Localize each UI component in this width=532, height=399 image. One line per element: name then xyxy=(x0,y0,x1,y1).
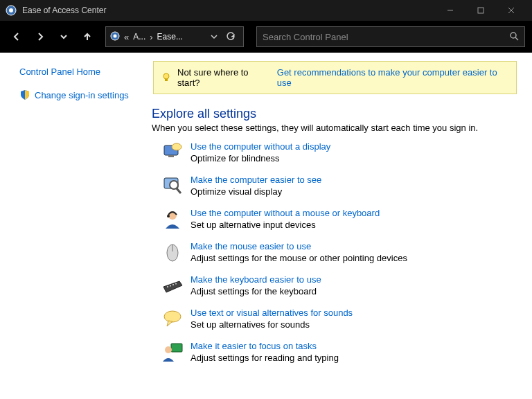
svg-point-19 xyxy=(167,215,170,218)
search-box[interactable] xyxy=(256,26,525,47)
section-title: Explore all settings xyxy=(152,107,517,121)
app-icon xyxy=(6,5,17,16)
hint-link[interactable]: Get recommendations to make your compute… xyxy=(277,67,509,88)
shield-icon xyxy=(19,89,30,100)
svg-rect-13 xyxy=(168,155,174,157)
setting-item: Make the keyboard easier to use Adjust s… xyxy=(161,274,517,296)
setting-desc: Optimize for blindness xyxy=(190,153,330,163)
setting-link[interactable]: Use the computer without a display xyxy=(190,141,330,152)
setting-item: Make the computer easier to see Optimize… xyxy=(161,175,517,197)
setting-desc: Adjust settings for reading and typing xyxy=(190,353,339,363)
svg-point-26 xyxy=(164,311,181,322)
setting-desc: Adjust settings for the mouse or other p… xyxy=(190,253,407,263)
speech-bubble-icon xyxy=(161,308,184,330)
lightbulb-icon xyxy=(161,72,172,83)
setting-desc: Adjust settings for the keyboard xyxy=(190,286,321,296)
forward-button[interactable] xyxy=(30,27,50,46)
chevron-right-icon: › xyxy=(150,32,152,42)
svg-rect-25 xyxy=(175,283,177,285)
svg-point-7 xyxy=(114,34,117,37)
hint-lead: Not sure where to start? xyxy=(177,67,272,88)
minimize-button[interactable] xyxy=(435,0,466,21)
titlebar: Ease of Access Center xyxy=(0,0,532,21)
search-input[interactable] xyxy=(263,32,509,42)
breadcrumb-seg-2[interactable]: Ease... xyxy=(157,32,183,42)
svg-rect-23 xyxy=(170,285,171,287)
sidebar-link-home[interactable]: Control Panel Home xyxy=(19,66,139,77)
setting-link[interactable]: Use the computer without a mouse or keyb… xyxy=(190,208,380,218)
svg-point-28 xyxy=(165,346,172,353)
svg-line-17 xyxy=(177,188,181,193)
sidebar-link-signin-label: Change sign-in settings xyxy=(35,90,129,100)
breadcrumb-seg-1[interactable]: A... xyxy=(133,32,145,42)
sidebar-link-signin[interactable]: Change sign-in settings xyxy=(19,89,139,100)
setting-link[interactable]: Make the mouse easier to use xyxy=(190,241,407,251)
setting-item: Use the computer without a mouse or keyb… xyxy=(161,208,517,230)
setting-link[interactable]: Use text or visual alternatives for soun… xyxy=(190,308,353,318)
recent-dropdown[interactable] xyxy=(54,27,73,46)
navbar: « A... › Ease... xyxy=(0,21,532,53)
svg-rect-3 xyxy=(478,8,484,13)
close-button[interactable] xyxy=(496,0,526,21)
maximize-button[interactable] xyxy=(466,0,496,21)
mouse-icon xyxy=(161,241,184,263)
magnifier-screen-icon xyxy=(161,175,184,197)
person-board-icon xyxy=(161,341,184,363)
setting-link[interactable]: Make the computer easier to see xyxy=(190,175,321,185)
setting-item: Use the computer without a display Optim… xyxy=(161,141,517,163)
setting-item: Use text or visual alternatives for soun… xyxy=(161,308,517,330)
svg-point-14 xyxy=(172,143,181,150)
svg-point-8 xyxy=(511,33,516,38)
svg-point-1 xyxy=(9,8,13,12)
setting-desc: Optimize visual display xyxy=(190,186,321,197)
setting-item: Make it easier to focus on tasks Adjust … xyxy=(161,341,517,363)
setting-link[interactable]: Make the keyboard easier to use xyxy=(190,274,321,285)
svg-rect-22 xyxy=(167,286,168,287)
setting-desc: Set up alternative input devices xyxy=(190,220,380,230)
back-button[interactable] xyxy=(7,27,26,46)
svg-rect-27 xyxy=(171,344,182,352)
svg-line-9 xyxy=(515,37,518,40)
chevron-left-icon: « xyxy=(124,32,129,42)
search-icon[interactable] xyxy=(509,31,519,43)
setting-item: Make the mouse easier to use Adjust sett… xyxy=(161,241,517,263)
svg-point-10 xyxy=(163,73,169,79)
display-off-icon xyxy=(161,141,184,163)
main: Not sure where to start? Get recommendat… xyxy=(149,53,532,399)
setting-link[interactable]: Make it easier to focus on tasks xyxy=(190,341,339,351)
sidebar: Control Panel Home Change sign-in settin… xyxy=(0,53,149,399)
window-title: Ease of Access Center xyxy=(22,6,435,15)
refresh-button[interactable] xyxy=(221,27,240,46)
svg-point-16 xyxy=(170,181,178,189)
section-subtitle: When you select these settings, they wil… xyxy=(152,123,517,133)
up-button[interactable] xyxy=(78,27,97,46)
breadcrumb[interactable]: « A... › Ease... xyxy=(105,26,244,47)
settings-list: Use the computer without a display Optim… xyxy=(161,141,517,363)
headset-person-icon xyxy=(161,208,184,230)
svg-rect-24 xyxy=(172,284,174,285)
svg-rect-11 xyxy=(165,79,168,81)
hint-banner: Not sure where to start? Get recommendat… xyxy=(153,61,517,94)
content: Control Panel Home Change sign-in settin… xyxy=(0,53,532,399)
breadcrumb-icon xyxy=(110,31,120,43)
setting-desc: Set up alternatives for sounds xyxy=(190,319,353,330)
keyboard-icon xyxy=(161,274,184,296)
